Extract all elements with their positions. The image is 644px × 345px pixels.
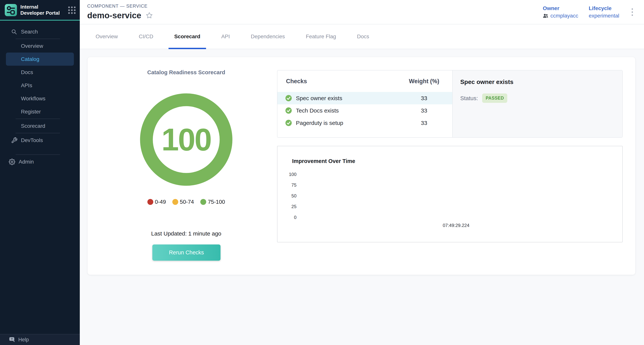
legend-dot-amber (172, 199, 178, 205)
lifecycle-value[interactable]: experimental (589, 13, 619, 19)
y-axis-tick: 0 (283, 215, 296, 220)
rerun-checks-button[interactable]: Rerun Checks (152, 244, 220, 261)
y-axis-tick: 75 (283, 182, 296, 188)
checks-panel: Checks Weight (%) Spec owner exists 33 (277, 70, 623, 138)
people-icon (543, 13, 548, 19)
sidebar-nav: Search Overview Catalog Docs APIs Workfl… (0, 20, 80, 168)
gear-icon (9, 158, 19, 165)
help-chat-icon: ? (9, 336, 18, 343)
help-button[interactable]: ? Help (0, 334, 80, 345)
check-passed-icon (286, 108, 292, 114)
sidebar-item-apis[interactable]: APIs (0, 79, 80, 92)
tab-feature-flag[interactable]: Feature Flag (300, 24, 342, 49)
sidebar-spacer (0, 147, 80, 154)
tab-docs[interactable]: Docs (351, 24, 375, 49)
app-logo-icon (4, 4, 17, 16)
improvement-chart: Improvement Over Time 100 75 50 25 0 07:… (277, 146, 623, 242)
sidebar-item-register[interactable]: Register (0, 105, 80, 118)
search-icon (11, 29, 21, 35)
legend-item-amber: 50-74 (172, 199, 194, 205)
sidebar-divider (16, 154, 60, 155)
owner-block: Owner ccmplayacc (543, 5, 578, 19)
owner-label[interactable]: Owner (543, 5, 578, 12)
brand: Internal Developer Portal (0, 0, 80, 20)
sidebar-item-workflows[interactable]: Workflows (0, 92, 80, 105)
tab-api[interactable]: API (216, 24, 236, 49)
checks-table-header: Checks Weight (%) (278, 70, 452, 92)
sidebar-item-label: Search (21, 29, 38, 35)
tab-dependencies[interactable]: Dependencies (245, 24, 290, 49)
sidebar: Internal Developer Portal Search Overvie… (0, 0, 80, 345)
check-detail-panel: Spec owner exists Status: PASSED (452, 70, 622, 137)
sidebar-item-admin[interactable]: Admin (0, 155, 80, 168)
score-value: 100 (140, 93, 233, 186)
admin-label: Admin (19, 159, 34, 165)
sidebar-item-overview[interactable]: Overview (0, 40, 80, 52)
check-weight: 33 (399, 95, 449, 102)
score-legend: 0-49 50-74 75-100 (88, 199, 285, 205)
chart-title: Improvement Over Time (292, 158, 355, 164)
favorite-star-icon[interactable] (146, 12, 153, 19)
status-label: Status: (460, 95, 478, 102)
sidebar-divider (16, 118, 60, 119)
x-axis-tick: 07:49:29.224 (433, 223, 479, 228)
sidebar-divider (16, 39, 60, 39)
svg-text:?: ? (11, 338, 12, 340)
check-row-tech-docs[interactable]: Tech Docs exists 33 (278, 104, 452, 117)
page-title: demo-service (87, 11, 141, 20)
wrench-icon (11, 137, 21, 144)
tab-overview[interactable]: Overview (90, 24, 124, 49)
score-gauge: 100 (140, 93, 233, 186)
check-passed-icon (286, 120, 292, 126)
tab-scorecard[interactable]: Scorecard (168, 24, 206, 49)
sidebar-item-scorecard[interactable]: Scorecard (0, 120, 80, 132)
check-row-spec-owner[interactable]: Spec owner exists 33 (278, 92, 452, 104)
status-badge: PASSED (482, 94, 507, 103)
app-title: Internal Developer Portal (20, 4, 61, 16)
sidebar-divider (16, 133, 60, 133)
check-passed-icon (286, 95, 292, 101)
tab-cicd[interactable]: CI/CD (133, 24, 159, 49)
check-detail-title: Spec owner exists (460, 78, 622, 86)
checks-column-header: Checks (286, 78, 307, 85)
apps-grid-icon[interactable] (68, 6, 76, 14)
y-axis-tick: 100 (283, 172, 296, 177)
legend-dot-green (200, 199, 206, 205)
entity-header: COMPONENT — SERVICE demo-service Owner (80, 0, 644, 24)
lifecycle-block: Lifecycle experimental (589, 5, 619, 19)
legend-item-red: 0-49 (148, 199, 166, 205)
owner-value[interactable]: ccmplayacc (543, 13, 578, 19)
scorecard-content: Catalog Readiness Scorecard 100 0-49 50-… (80, 49, 644, 275)
weight-column-header: Weight (%) (399, 78, 449, 85)
legend-item-green: 75-100 (200, 199, 225, 205)
sidebar-item-docs[interactable]: Docs (0, 66, 80, 79)
y-axis-tick: 50 (283, 193, 296, 198)
y-axis-tick: 25 (283, 204, 296, 209)
last-updated-text: Last Updated: 1 minute ago (88, 230, 285, 237)
sidebar-item-catalog[interactable]: Catalog (6, 52, 74, 66)
check-weight: 33 (399, 108, 449, 114)
gauge-title: Catalog Readiness Scorecard (88, 69, 285, 76)
scorecard-card: Catalog Readiness Scorecard 100 0-49 50-… (88, 57, 635, 275)
sidebar-item-devtools[interactable]: DevTools (0, 134, 80, 147)
legend-dot-red (148, 199, 153, 205)
check-row-pagerduty[interactable]: Pagerduty is setup 33 (278, 117, 452, 129)
check-weight: 33 (399, 120, 449, 126)
sidebar-item-search[interactable]: Search (0, 25, 80, 38)
more-options-kebab-icon[interactable] (630, 6, 635, 18)
entity-tabs: Overview CI/CD Scorecard API Dependencie… (80, 24, 644, 49)
checks-table: Checks Weight (%) Spec owner exists 33 (278, 70, 452, 137)
breadcrumb: COMPONENT — SERVICE (87, 4, 148, 9)
main-area: COMPONENT — SERVICE demo-service Owner (80, 0, 644, 275)
help-label: Help (18, 337, 29, 343)
lifecycle-label[interactable]: Lifecycle (589, 5, 619, 12)
